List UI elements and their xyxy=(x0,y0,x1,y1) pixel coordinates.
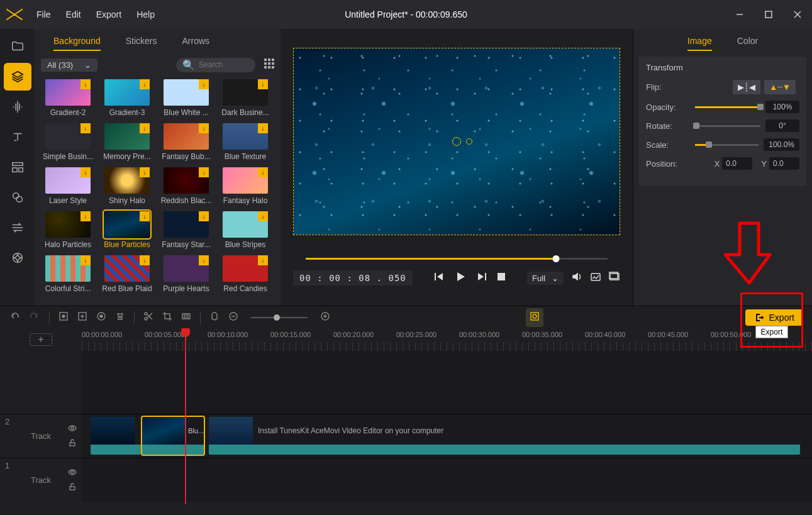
asset-item[interactable]: ↓Fantasy Star... xyxy=(159,211,213,249)
tab-image[interactable]: Image xyxy=(687,32,712,51)
scale-slider[interactable] xyxy=(695,144,759,146)
play-button[interactable] xyxy=(453,270,467,286)
tab-background[interactable]: Background xyxy=(53,32,101,51)
rotate-slider[interactable] xyxy=(695,125,760,127)
add-button[interactable] xyxy=(77,311,87,324)
stop-button[interactable] xyxy=(496,272,506,284)
menu-export[interactable]: Export xyxy=(89,7,129,22)
grid-view-toggle[interactable] xyxy=(264,58,274,71)
track-1-content[interactable] xyxy=(82,458,812,502)
asset-item[interactable]: ↓Fantasy Bub... xyxy=(159,123,213,161)
asset-item[interactable]: ↓Gradient-3 xyxy=(100,79,154,117)
asset-label: Gradient-3 xyxy=(109,108,145,117)
search-input[interactable] xyxy=(199,60,249,69)
zoom-slider[interactable] xyxy=(251,317,308,318)
record-button[interactable] xyxy=(96,311,106,324)
sidebar-templates[interactable] xyxy=(4,153,31,181)
search-box[interactable]: 🔍 xyxy=(176,58,255,72)
tab-stickers[interactable]: Stickers xyxy=(126,32,157,51)
menu-file[interactable]: File xyxy=(29,7,58,22)
asset-item[interactable]: ↓Red Candies xyxy=(218,255,272,293)
asset-item[interactable]: ↓Simple Busin... xyxy=(41,123,95,161)
opacity-slider[interactable] xyxy=(695,106,760,108)
sidebar-media[interactable] xyxy=(4,33,31,60)
delete-button[interactable] xyxy=(115,311,125,324)
asset-item[interactable]: ↓Blue Particles xyxy=(100,211,154,249)
speed-button[interactable] xyxy=(181,311,191,324)
add-track-button[interactable]: + xyxy=(30,333,52,346)
undo-button[interactable] xyxy=(9,311,20,324)
minimize-button[interactable] xyxy=(725,5,754,24)
asset-item[interactable]: ↓Memory Pre... xyxy=(100,123,154,161)
asset-item[interactable]: ↓Blue Stripes xyxy=(218,211,272,249)
download-icon: ↓ xyxy=(199,211,209,221)
download-icon: ↓ xyxy=(199,79,209,89)
zoom-in-button[interactable] xyxy=(320,311,330,324)
asset-item[interactable]: ↓Laser Style xyxy=(41,167,95,205)
sidebar-transitions[interactable] xyxy=(4,214,31,241)
tag-button[interactable] xyxy=(209,311,220,324)
asset-item[interactable]: ↓Purple Hearts xyxy=(159,255,213,293)
timeline-settings-button[interactable] xyxy=(526,308,543,327)
playback-progress[interactable] xyxy=(306,258,608,260)
asset-item[interactable]: ↓Fantasy Halo xyxy=(218,167,272,205)
lock-icon[interactable] xyxy=(68,438,77,449)
track-2-content[interactable]: Blu... Install TunesKit AceMovi Video Ed… xyxy=(82,414,812,458)
fullscreen-button[interactable] xyxy=(609,271,620,285)
snapshot-button[interactable] xyxy=(590,271,601,285)
clip-1[interactable] xyxy=(91,417,141,455)
asset-item[interactable]: ↓Red Blue Plaid xyxy=(100,255,154,293)
redo-button[interactable] xyxy=(29,311,40,324)
asset-filter-dropdown[interactable]: All (33) ⌄ xyxy=(41,58,97,72)
volume-button[interactable] xyxy=(571,271,582,285)
position-x-input[interactable]: 0.0 xyxy=(722,157,752,170)
next-frame-button[interactable] xyxy=(476,271,487,285)
clip-video[interactable]: Install TunesKit AceMovi Video Editor on… xyxy=(209,417,800,455)
view-mode-dropdown[interactable]: Full⌄ xyxy=(527,272,564,285)
asset-label: Blue Particles xyxy=(104,240,150,249)
scale-value[interactable]: 100.0% xyxy=(764,138,799,151)
export-button[interactable]: Export Export xyxy=(745,309,803,326)
crop-button[interactable] xyxy=(162,311,172,324)
marker-button[interactable] xyxy=(58,311,69,324)
transform-handle-center[interactable] xyxy=(452,137,461,146)
sidebar-text[interactable] xyxy=(4,123,31,151)
split-button[interactable] xyxy=(143,311,153,324)
asset-item[interactable]: ↓Shiny Halo xyxy=(100,167,154,205)
opacity-value[interactable]: 100% xyxy=(765,101,799,113)
preview-canvas[interactable] xyxy=(293,48,620,235)
asset-item[interactable]: ↓Blue Texture xyxy=(218,123,272,161)
close-button[interactable] xyxy=(783,5,812,24)
sidebar-filters[interactable] xyxy=(4,184,31,211)
flip-horizontal-button[interactable]: ▶┊◀ xyxy=(733,80,760,94)
time-ruler[interactable]: 00:00:00.00000:00:05.00000:00:10.00000:0… xyxy=(82,328,812,351)
progress-knob[interactable] xyxy=(553,255,560,262)
visibility-icon[interactable] xyxy=(68,468,77,479)
lock-icon[interactable] xyxy=(68,482,77,493)
sidebar-audio[interactable] xyxy=(4,93,31,121)
clip-blue-particles[interactable]: Blu... xyxy=(142,417,204,455)
prev-frame-button[interactable] xyxy=(433,271,445,285)
asset-item[interactable]: ↓Blue White ... xyxy=(159,79,213,117)
transform-handle-rotate[interactable] xyxy=(466,138,472,145)
menu-edit[interactable]: Edit xyxy=(58,7,89,22)
window-title: Untitled Project* - 00:00:09.650 xyxy=(345,9,467,19)
asset-item[interactable]: ↓Halo Particles xyxy=(41,211,95,249)
rotate-value[interactable]: 0° xyxy=(765,119,799,132)
position-y-input[interactable]: 0.0 xyxy=(769,157,799,170)
tab-arrows[interactable]: Arrows xyxy=(182,32,210,51)
annotation-arrow xyxy=(724,220,774,289)
asset-item[interactable]: ↓Gradient-2 xyxy=(41,79,95,117)
asset-item[interactable]: ↓Reddish Blac... xyxy=(159,167,213,205)
zoom-out-button[interactable] xyxy=(228,311,238,324)
sidebar-layers[interactable] xyxy=(4,63,31,91)
visibility-icon[interactable] xyxy=(68,424,77,435)
sidebar-effects[interactable] xyxy=(4,244,31,272)
menu-help[interactable]: Help xyxy=(129,7,162,22)
asset-item[interactable]: ↓Dark Busine... xyxy=(218,79,272,117)
maximize-button[interactable] xyxy=(754,5,783,24)
playhead[interactable] xyxy=(185,328,186,504)
flip-vertical-button[interactable]: ▲╌▼ xyxy=(764,80,796,94)
asset-item[interactable]: ↓Colorful Stri... xyxy=(41,255,95,293)
tab-color[interactable]: Color xyxy=(737,32,758,51)
